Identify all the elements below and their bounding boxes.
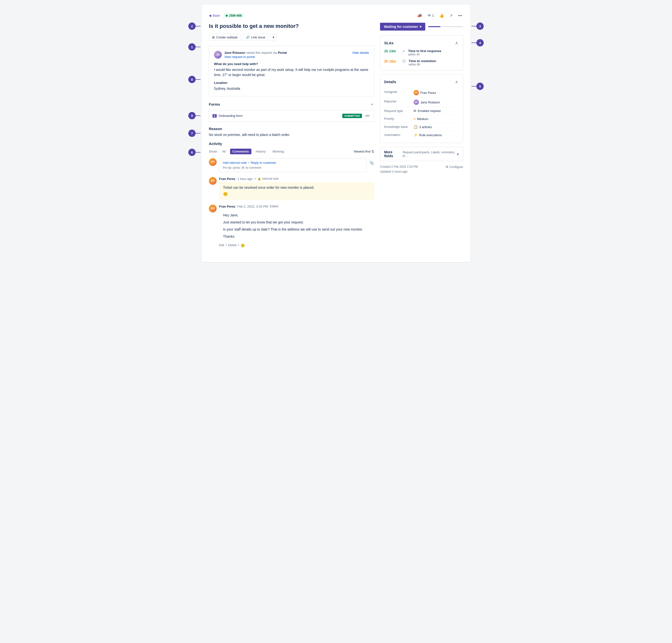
details-collapse-button[interactable]: ∧ (454, 78, 459, 85)
actions-dropdown-button[interactable]: ▾ (271, 34, 277, 41)
callout-7: 7 (188, 130, 201, 137)
create-subtask-button[interactable]: ⊞ Create subtask (209, 34, 241, 41)
gear-icon: ⚙ (446, 165, 448, 169)
comment-header-internal: Fran Perez 1 hour ago • 🔒 Internal note (219, 177, 374, 181)
comment-time-2: Feb 2, 2022, 3:33 PM (237, 205, 268, 208)
current-user-avatar: FP (209, 158, 217, 166)
comment-actions: Edit • Delete • 🙂 (219, 243, 374, 247)
reporter-key: Reporter (384, 99, 411, 103)
more-fields[interactable]: More fields Request participants, Labels… (380, 147, 463, 161)
form-more-icon: ••• (365, 114, 370, 118)
add-form-button[interactable]: + (370, 101, 374, 108)
share-icon: ↗ (449, 13, 453, 18)
delete-comment-link[interactable]: Delete (228, 243, 237, 247)
assignee-avatar: FP (413, 90, 419, 95)
top-bar: ◀ Back JSM-456 📣 👁 1 👍 (209, 12, 463, 19)
detail-assignee: Assignee FP Fran Perez (384, 88, 459, 98)
sla-time-2: 2h 18m (384, 59, 401, 63)
add-internal-note-tab[interactable]: Add internal note (223, 161, 247, 165)
sla-time-1: 1h 13m (384, 49, 401, 53)
meta-info: Created 2 Feb 2022 2:20 PM Updated 1 hou… (380, 165, 418, 175)
top-actions: 📣 👁 1 👍 ↗ ••• (416, 12, 464, 19)
back-link[interactable]: ◀ Back (209, 14, 220, 17)
comment-input-area: FP Add internal note / Reply to customer… (209, 158, 374, 172)
knowledge-val: 📋 3 articles (413, 125, 432, 129)
reporter-val: JR Jane Rotason (413, 99, 440, 105)
priority-key: Priority (384, 117, 411, 121)
details-title: Details (384, 80, 396, 84)
emoji-react-button-1[interactable]: 🙂 (223, 192, 228, 196)
detail-knowledge: Knowledge base 📋 3 articles (384, 123, 459, 131)
callout-6: 6 (188, 149, 201, 156)
details-card: Details ∧ Assignee FP Fran Perez Repo (380, 74, 463, 143)
action-bar: ⊞ Create subtask 🔗 Link issue ▾ (209, 34, 374, 41)
reason-title: Reason (209, 126, 374, 131)
sla-check-icon-1: ✓ (402, 49, 405, 53)
filter-all[interactable]: All (219, 149, 228, 154)
assignee-key: Assignee (384, 90, 411, 94)
status-bar: Waiting for customer ▾ (380, 23, 463, 31)
submitted-badge: SUBMITTED (343, 114, 362, 118)
lock-icon: 🔒 (257, 177, 261, 180)
issue-key-badge: JSM-456 (224, 13, 244, 18)
reason-section: Reason No stock on premise, will need to… (209, 126, 374, 137)
form-more-button[interactable]: ••• (364, 113, 371, 119)
filter-comments[interactable]: Comments (230, 149, 251, 154)
detail-automation: Automation ⚡ Rule executions (384, 131, 459, 139)
help-text: I would like second monitor as part of m… (214, 67, 369, 77)
thumbs-up-icon: 👍 (439, 13, 444, 18)
comment-tabs: Add internal note / Reply to customer (223, 161, 363, 165)
notify-button[interactable]: 📣 (416, 12, 423, 19)
watch-button[interactable]: 👁 1 (427, 12, 435, 19)
comment-body-internal: Fran Perez 1 hour ago • 🔒 Internal note … (219, 177, 374, 200)
hide-details-link[interactable]: Hide details (352, 51, 369, 54)
edit-comment-link[interactable]: Edit (219, 243, 224, 247)
sla-collapse-button[interactable]: ∧ (454, 40, 459, 46)
emoji-react-button-2[interactable]: 🙂 (241, 243, 245, 247)
book-icon: 📋 (413, 125, 418, 129)
updated-info: Updated 1 hours ago (380, 170, 418, 173)
comment-item-internal: FP Fran Perez 1 hour ago • 🔒 Internal no… (209, 177, 374, 200)
link-issue-button[interactable]: 🔗 Link issue (243, 34, 268, 41)
share-button[interactable]: ↗ (448, 12, 454, 19)
detail-priority: Priority ≡ Medium (384, 115, 459, 123)
sla-card: SLAs ∧ 1h 13m ✓ Time to first response w… (380, 35, 463, 70)
detail-request-type: Request type ✉ Emailed request (384, 107, 459, 115)
eye-icon: 👁 (428, 13, 431, 18)
callout-3: 3 (471, 23, 484, 30)
reply-customer-tab[interactable]: Reply to customer (251, 161, 276, 165)
filter-history[interactable]: History (253, 149, 268, 154)
newest-first-button[interactable]: Newest first ⇅ (354, 150, 374, 153)
attachment-button[interactable]: 📎 (369, 161, 374, 165)
activity-section: Activity Show: All Comments History Work… (209, 142, 374, 247)
chevron-down-icon: ∨ (457, 152, 459, 156)
sla-label-2: Time to resolution (409, 59, 436, 63)
view-portal-link[interactable]: View request in portal (224, 55, 287, 59)
configure-button[interactable]: ⚙ Configure (446, 165, 463, 169)
back-icon: ◀ (209, 14, 211, 17)
form-item-left: E Onboarding form (213, 114, 243, 118)
activity-filter: Show: All Comments History Worklog Newes… (209, 149, 374, 154)
automation-key: Automation (384, 133, 411, 137)
knowledge-key: Knowledge base (384, 125, 411, 129)
callout-8: 8 (188, 76, 201, 83)
assignee-val: FP Fran Perez (413, 90, 436, 95)
right-column: Waiting for customer ▾ SLAs ∧ (380, 23, 463, 252)
requester-row: JR Jane Rotason raised this request via … (214, 51, 369, 59)
fran-avatar-2: FP (209, 205, 217, 213)
filter-worklog[interactable]: Worklog (270, 149, 286, 154)
location-value: Sydney, Australia (214, 86, 369, 91)
more-options-button[interactable]: ••• (457, 12, 463, 19)
location-label: Location (214, 81, 369, 85)
form-e-badge: E (213, 114, 217, 118)
callout-1: 1 (188, 43, 201, 51)
status-button[interactable]: Waiting for customer ▾ (380, 23, 425, 31)
fran-avatar-1: FP (209, 177, 217, 185)
callout-9: 9 (188, 112, 201, 119)
like-button[interactable]: 👍 (438, 12, 445, 19)
meta-row: Created 2 Feb 2022 2:20 PM Updated 1 hou… (380, 165, 463, 175)
request-type-val: ✉ Emailed request (413, 109, 441, 113)
more-fields-sub: Request participants, Labels, reminders,… (403, 150, 457, 157)
more-icon: ••• (458, 13, 462, 18)
forms-section: Forms + E Onboarding form SUBMITTED (209, 101, 374, 122)
